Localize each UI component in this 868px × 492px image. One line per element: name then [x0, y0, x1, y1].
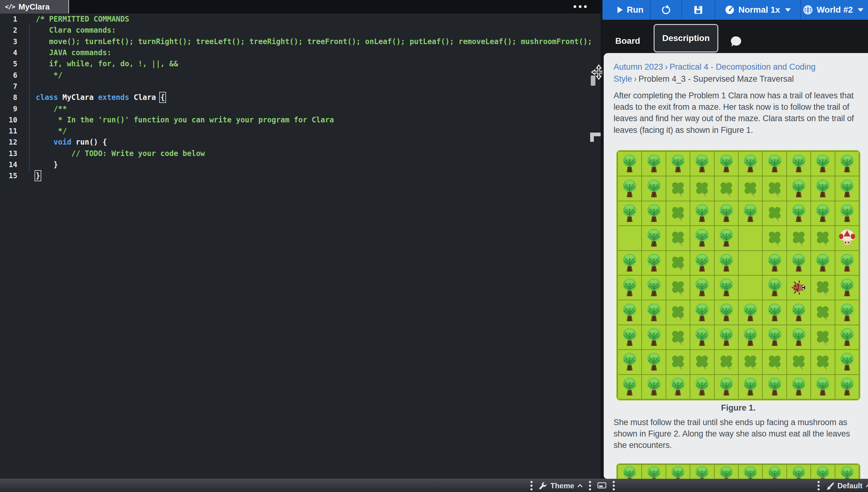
maze-cell-r4c10 — [835, 226, 859, 250]
chat-bubble-icon[interactable] — [730, 36, 743, 49]
selection-corner-mark — [590, 132, 594, 142]
maze-cell-r4c2 — [642, 226, 665, 250]
maze-cell-r2c8 — [787, 176, 810, 200]
maze-cell-r1c9 — [811, 152, 835, 176]
chevron-up-icon — [866, 484, 868, 488]
tree-icon — [813, 465, 833, 479]
tree-icon — [643, 178, 664, 199]
code-line[interactable]: 13 // TODO: Write your code below — [0, 148, 601, 159]
tree-icon — [619, 252, 640, 273]
breadcrumb-current-problem: Problem 4_3 - Supervised Maze Traversal — [638, 74, 794, 83]
code-line[interactable]: 10 * In the 'run()' function you can wri… — [0, 114, 601, 125]
code-line[interactable]: 1/* PERMITTED COMMANDS — [0, 14, 601, 25]
run-button[interactable]: Run — [610, 0, 650, 20]
maze-cell-r10c2 — [642, 375, 665, 399]
line-number: 9 — [0, 105, 22, 113]
code-area[interactable]: 1/* PERMITTED COMMANDS2 Clara commands:3… — [0, 14, 601, 181]
run-label: Run — [627, 5, 643, 15]
tab-description[interactable]: Description — [654, 24, 718, 52]
code-line[interactable]: 7 — [0, 81, 601, 92]
tree-icon — [837, 277, 858, 298]
default-theme-button[interactable]: Default — [826, 482, 868, 490]
maze-cell-r6c2 — [642, 276, 665, 300]
maze-cell-r1c2 — [642, 152, 665, 176]
code-line[interactable]: 12 void run() { — [0, 137, 601, 148]
leaf-icon — [669, 180, 687, 198]
maze-cell-r5c9 — [811, 251, 835, 275]
leaf-icon — [766, 353, 784, 371]
code-text: // TODO: Write your code below — [22, 149, 205, 158]
line-number: 13 — [0, 149, 22, 157]
kebab-menu-icon[interactable] — [530, 481, 532, 490]
editor-tab-myclara[interactable]: </> MyClara — [0, 0, 69, 14]
window-icon[interactable] — [597, 482, 606, 490]
tree-icon — [643, 227, 664, 248]
theme-button[interactable]: Theme — [539, 482, 583, 490]
leaf-icon — [766, 204, 784, 222]
tree-icon — [812, 203, 833, 224]
tree-icon — [716, 302, 737, 323]
leaf-icon — [741, 353, 759, 371]
kebab-menu-icon[interactable] — [589, 481, 591, 490]
mushroom-icon — [837, 228, 857, 248]
maze-cell-r7c6 — [739, 300, 762, 324]
kebab-menu-icon[interactable] — [817, 481, 820, 490]
default-theme-label: Default — [838, 482, 863, 490]
maze-cell-r8c1 — [618, 325, 641, 349]
maze-cell-r9c6 — [739, 350, 762, 374]
maze-cell-r8c10 — [835, 325, 859, 349]
maze-cell-r2c9 — [811, 176, 835, 200]
code-line[interactable]: 4 JAVA commands: — [0, 47, 601, 58]
code-line[interactable]: 14 } — [0, 159, 601, 170]
tree-icon — [643, 302, 664, 323]
tree-icon — [837, 465, 857, 479]
tree-icon — [716, 327, 737, 348]
maze-cell-r7c3 — [666, 300, 690, 324]
tree-icon — [764, 153, 785, 174]
tree-icon — [691, 327, 712, 348]
maze-cell-r7c7 — [763, 300, 786, 324]
maze-cell-r7c9 — [811, 300, 835, 324]
leaf-icon — [693, 353, 711, 371]
code-line[interactable]: 2 Clara commands: — [0, 25, 601, 36]
code-line[interactable]: 15} — [0, 170, 601, 181]
maze-cell-r2c1 — [618, 176, 641, 200]
code-line[interactable]: 6 */ — [0, 69, 601, 80]
maze-cell-r5c2 — [642, 251, 665, 275]
breadcrumb: Autumn 2023›Practical 4 - Decomposition … — [613, 61, 858, 85]
speed-selector[interactable]: Normal 1x — [715, 0, 800, 20]
code-line[interactable]: 5 if, while, for, do, !, ||, && — [0, 58, 601, 69]
code-editor-pane[interactable]: </> MyClara 1/* PERMITTED COMMANDS2 Clar… — [0, 0, 601, 479]
editor-overflow-menu-icon[interactable] — [574, 5, 587, 8]
reset-button[interactable] — [651, 0, 681, 20]
code-text: if, while, for, do, !, ||, && — [22, 59, 178, 68]
reset-icon — [661, 5, 671, 15]
code-line[interactable]: 9 /** — [0, 103, 601, 114]
tree-icon — [764, 327, 785, 348]
leaf-icon — [814, 279, 832, 297]
breadcrumb-link-course[interactable]: Autumn 2023 — [613, 62, 663, 72]
tab-board[interactable]: Board — [609, 35, 646, 47]
status-bar: Theme Default — [0, 479, 868, 492]
maze-cell-r4c5 — [715, 226, 738, 250]
maze-cell-r3c5 — [715, 201, 738, 225]
leaf-icon — [814, 328, 832, 346]
maze-cell-r3c2 — [642, 201, 665, 225]
maze-cell-r4c3 — [666, 226, 690, 250]
code-line[interactable]: 3 move(); turnLeft(); turnRight(); treeL… — [0, 36, 601, 47]
maze-cell-r5c3 — [666, 251, 690, 275]
save-button[interactable] — [682, 0, 715, 20]
world-selector[interactable]: World #2 — [801, 0, 866, 20]
tree-icon — [619, 376, 640, 397]
kebab-menu-icon[interactable] — [613, 481, 615, 490]
maze-cell-r4c4 — [690, 226, 714, 250]
description-scroll-area[interactable]: Autumn 2023›Practical 4 - Decomposition … — [604, 53, 868, 479]
maze-cell-r1c10 — [835, 465, 859, 479]
code-line[interactable]: 8class MyClara extends Clara { — [0, 92, 601, 103]
figure2-maze-preview — [616, 463, 860, 479]
maze-cell-r7c8 — [787, 300, 810, 324]
code-line[interactable]: 11 */ — [0, 125, 601, 137]
maze-cell-r1c6 — [739, 152, 762, 176]
code-text: * In the 'run()' function you can write … — [22, 116, 334, 124]
maze-cell-r4c7 — [763, 226, 786, 250]
